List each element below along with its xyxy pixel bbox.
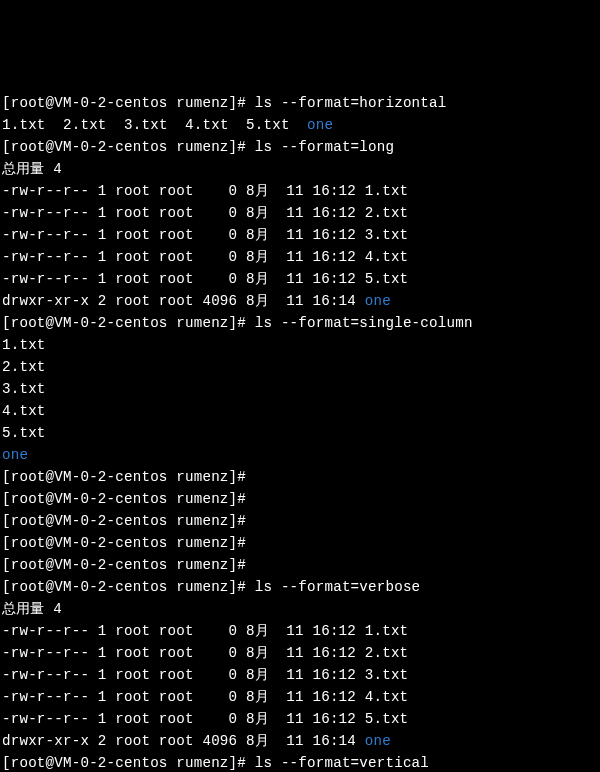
prompt-line: [root@VM-0-2-centos rumenz]# bbox=[2, 510, 598, 532]
file-name: 1.txt bbox=[365, 183, 409, 199]
output-line: 总用量 4 bbox=[2, 598, 598, 620]
file-name: 5.txt bbox=[365, 271, 409, 287]
directory-name: one bbox=[2, 444, 598, 466]
file-name: 5.txt bbox=[2, 422, 598, 444]
file-name: 1.txt bbox=[2, 117, 46, 133]
file-name: 4.txt bbox=[185, 117, 229, 133]
directory-name: one bbox=[307, 117, 333, 133]
file-name: 1.txt bbox=[2, 334, 598, 356]
prompt-line: [root@VM-0-2-centos rumenz]# ls --format… bbox=[2, 576, 598, 598]
file-name: 4.txt bbox=[365, 249, 409, 265]
prompt-line: [root@VM-0-2-centos rumenz]# ls --format… bbox=[2, 136, 598, 158]
ls-long-row: -rw-r--r-- 1 root root 0 8月 11 16:12 2.t… bbox=[2, 202, 598, 224]
ls-long-row: -rw-r--r-- 1 root root 0 8月 11 16:12 3.t… bbox=[2, 664, 598, 686]
file-name: 5.txt bbox=[246, 117, 290, 133]
file-name: 2.txt bbox=[365, 205, 409, 221]
file-name: 2.txt bbox=[63, 117, 107, 133]
ls-long-row: -rw-r--r-- 1 root root 0 8月 11 16:12 4.t… bbox=[2, 246, 598, 268]
ls-long-row: -rw-r--r-- 1 root root 0 8月 11 16:12 5.t… bbox=[2, 268, 598, 290]
prompt-line: [root@VM-0-2-centos rumenz]# bbox=[2, 532, 598, 554]
prompt-line: [root@VM-0-2-centos rumenz]# ls --format… bbox=[2, 92, 598, 114]
file-name: 3.txt bbox=[365, 227, 409, 243]
ls-long-row: -rw-r--r-- 1 root root 0 8月 11 16:12 2.t… bbox=[2, 642, 598, 664]
prompt-line: [root@VM-0-2-centos rumenz]# bbox=[2, 488, 598, 510]
ls-long-row: -rw-r--r-- 1 root root 0 8月 11 16:12 1.t… bbox=[2, 180, 598, 202]
file-name: 4.txt bbox=[2, 400, 598, 422]
prompt-line: [root@VM-0-2-centos rumenz]# ls --format… bbox=[2, 312, 598, 334]
output-line: 总用量 4 bbox=[2, 158, 598, 180]
ls-long-row: drwxr-xr-x 2 root root 4096 8月 11 16:14 … bbox=[2, 290, 598, 312]
file-name: 3.txt bbox=[365, 667, 409, 683]
directory-name: one bbox=[365, 733, 391, 749]
file-name: 3.txt bbox=[124, 117, 168, 133]
directory-name: one bbox=[365, 293, 391, 309]
file-name: 3.txt bbox=[2, 378, 598, 400]
ls-long-row: drwxr-xr-x 2 root root 4096 8月 11 16:14 … bbox=[2, 730, 598, 752]
terminal-output: [root@VM-0-2-centos rumenz]# ls --format… bbox=[2, 92, 598, 772]
prompt-line: [root@VM-0-2-centos rumenz]# bbox=[2, 466, 598, 488]
file-name: 1.txt bbox=[365, 623, 409, 639]
ls-long-row: -rw-r--r-- 1 root root 0 8月 11 16:12 5.t… bbox=[2, 708, 598, 730]
file-name: 5.txt bbox=[365, 711, 409, 727]
file-name: 2.txt bbox=[2, 356, 598, 378]
prompt-line: [root@VM-0-2-centos rumenz]# ls --format… bbox=[2, 752, 598, 772]
ls-long-row: -rw-r--r-- 1 root root 0 8月 11 16:12 4.t… bbox=[2, 686, 598, 708]
ls-long-row: -rw-r--r-- 1 root root 0 8月 11 16:12 1.t… bbox=[2, 620, 598, 642]
prompt-line: [root@VM-0-2-centos rumenz]# bbox=[2, 554, 598, 576]
ls-horizontal-output: 1.txt 2.txt 3.txt 4.txt 5.txt one bbox=[2, 114, 598, 136]
file-name: 2.txt bbox=[365, 645, 409, 661]
file-name: 4.txt bbox=[365, 689, 409, 705]
ls-long-row: -rw-r--r-- 1 root root 0 8月 11 16:12 3.t… bbox=[2, 224, 598, 246]
